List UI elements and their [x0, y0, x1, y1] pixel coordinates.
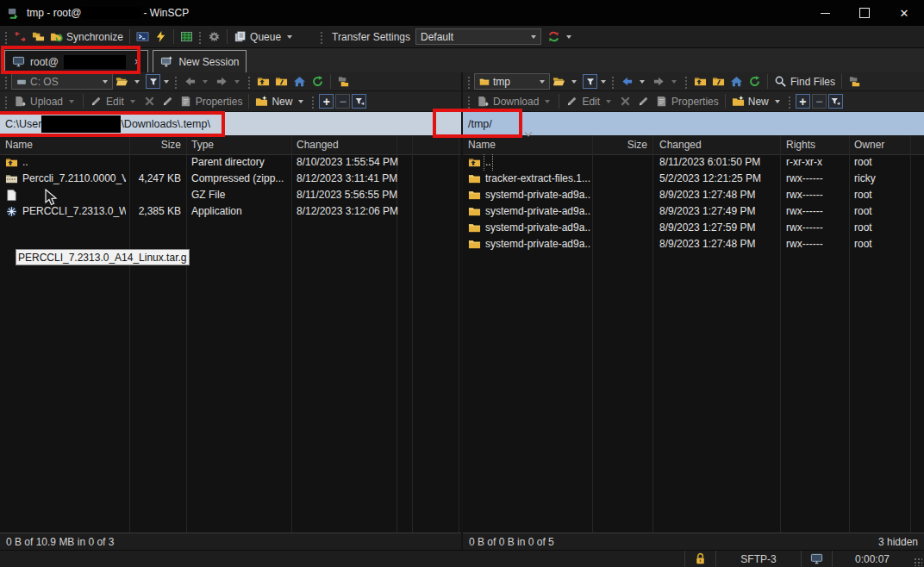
local-list-header: Name Size Type Changed [0, 135, 461, 155]
toolbar-grip[interactable] [4, 30, 9, 44]
delete-button[interactable] [616, 93, 634, 109]
compare-icon [14, 30, 27, 43]
forward-button[interactable] [213, 73, 245, 90]
toolbar-grip[interactable] [467, 95, 471, 109]
column-header-type[interactable]: Type [191, 135, 288, 154]
rename-input[interactable] [16, 249, 190, 265]
file-row[interactable]: systemd-private-ad9a... 8/9/2023 1:27:59… [463, 220, 924, 236]
column-header-size[interactable]: Size [129, 135, 181, 154]
file-row[interactable]: systemd-private-ad9a... 8/9/2023 1:27:48… [463, 236, 924, 252]
open-directory-button[interactable] [550, 73, 582, 90]
resize-grip[interactable] [914, 558, 922, 566]
back-button[interactable] [181, 73, 213, 90]
new-session-tab[interactable]: New Session [153, 50, 247, 72]
edit-button[interactable]: Edit [563, 93, 616, 109]
copy-path-button[interactable] [846, 73, 864, 90]
file-row[interactable]: tracker-extract-files.1... 5/2/2023 12:2… [463, 171, 924, 187]
local-address-bar[interactable]: C:\User \Downloads\.temp\ [0, 112, 461, 135]
toolbar-grip[interactable] [4, 75, 9, 89]
refresh-session-button[interactable] [178, 28, 196, 45]
column-header-changed[interactable]: Changed [659, 135, 780, 154]
back-button[interactable] [618, 73, 650, 90]
toolbar-grip[interactable] [198, 30, 203, 44]
drive-combo[interactable]: C: OS [11, 73, 113, 90]
home-directory-button[interactable] [290, 73, 309, 90]
refresh-button[interactable] [746, 73, 764, 90]
run-command-button[interactable] [152, 28, 170, 45]
upload-button[interactable]: Upload [11, 93, 79, 109]
refresh-button[interactable] [309, 73, 327, 90]
edit-button[interactable]: Edit [87, 93, 140, 109]
download-button[interactable]: Download [474, 93, 555, 109]
file-rights: rwx------ [786, 187, 846, 203]
rename-button[interactable] [159, 93, 177, 109]
copy-path-button[interactable] [334, 73, 353, 90]
parent-directory-button[interactable] [691, 73, 709, 90]
tab-close-icon[interactable]: × [134, 55, 141, 68]
column-header-size[interactable]: Size [594, 135, 647, 154]
session-tab[interactable]: root@ × [4, 50, 148, 72]
open-console-button[interactable] [134, 28, 152, 45]
toolbar-grip[interactable] [174, 75, 178, 89]
forward-button[interactable] [650, 73, 682, 90]
minimize-button[interactable] [805, 0, 845, 26]
column-header-name[interactable]: Name [5, 135, 126, 154]
file-rights: rwx------ [786, 171, 846, 187]
synchronize-button[interactable]: Synchronize [47, 28, 126, 45]
filter-button[interactable] [146, 74, 160, 89]
transfer-options-button[interactable] [545, 28, 577, 45]
column-header-name[interactable]: Name [468, 135, 590, 154]
file-row-renaming[interactable]: GZ File 8/11/2023 5:56:55 PM [0, 187, 461, 203]
queue-button[interactable]: Queue [231, 28, 297, 45]
column-header-rights[interactable]: Rights [786, 135, 846, 154]
session-status[interactable] [801, 551, 832, 567]
file-row[interactable]: Perccli_7.2110.0000_V... 4,247 KB Compre… [0, 171, 461, 187]
maximize-button[interactable] [845, 0, 884, 26]
open-directory-button[interactable] [113, 73, 145, 90]
toolbar-grip[interactable] [684, 75, 689, 89]
selection-filter-button[interactable] [828, 94, 843, 109]
properties-button[interactable]: Properties [652, 93, 721, 109]
toolbar-grip[interactable] [788, 95, 792, 109]
transfer-preset-combo[interactable]: Default [415, 28, 541, 45]
toolbar-grip[interactable] [467, 75, 471, 89]
toolbar-grip[interactable] [320, 30, 324, 44]
file-row[interactable]: .. 8/11/2023 6:01:50 PM r-xr-xr-x root [463, 154, 924, 171]
root-directory-button[interactable] [272, 73, 290, 90]
file-row[interactable]: PERCCLI_7.2313.0_Wi... 2,385 KB Applicat… [0, 203, 461, 220]
parent-directory-button[interactable] [254, 73, 272, 90]
select-button[interactable]: + [796, 94, 810, 109]
remote-dir-combo[interactable]: tmp [474, 73, 550, 90]
file-row[interactable]: systemd-private-ad9a... 8/9/2023 1:27:48… [463, 187, 924, 203]
compare-directories-button[interactable] [11, 28, 29, 45]
filter-button[interactable] [583, 74, 597, 89]
close-button[interactable]: ✕ [884, 0, 924, 26]
chevron-down-icon [203, 80, 208, 84]
column-header-changed[interactable]: Changed [297, 135, 393, 154]
duration-label: 0:00:07 [855, 553, 890, 565]
delete-button[interactable] [140, 93, 159, 109]
column-header-owner[interactable]: Owner [854, 135, 906, 154]
toolbar-grip[interactable] [311, 95, 315, 109]
toolbar-grip[interactable] [611, 75, 615, 89]
toolbar-grip[interactable] [4, 95, 9, 109]
synchronize-browsing-button[interactable] [29, 28, 47, 45]
rename-button[interactable] [634, 93, 652, 109]
file-row[interactable]: .. Parent directory 8/10/2023 1:55:54 PM [0, 154, 461, 171]
select-button[interactable]: + [319, 94, 334, 109]
unselect-button[interactable]: − [335, 94, 350, 109]
selection-filter-button[interactable] [352, 94, 366, 109]
delete-x-icon [619, 95, 632, 108]
unselect-button[interactable]: − [812, 94, 827, 109]
new-button[interactable]: New [253, 93, 309, 109]
properties-button[interactable]: Properties [177, 93, 246, 109]
find-files-button[interactable]: Find Files [771, 73, 838, 90]
preferences-button[interactable] [205, 28, 223, 45]
root-directory-button[interactable] [709, 73, 727, 90]
file-row[interactable]: systemd-private-ad9a... 8/9/2023 1:27:49… [463, 203, 924, 220]
encryption-status[interactable] [684, 551, 715, 567]
home-directory-button[interactable] [727, 73, 746, 90]
protocol-status[interactable]: SFTP-3 [715, 551, 801, 567]
new-button[interactable]: New [729, 93, 785, 109]
toolbar-grip[interactable] [247, 75, 252, 89]
